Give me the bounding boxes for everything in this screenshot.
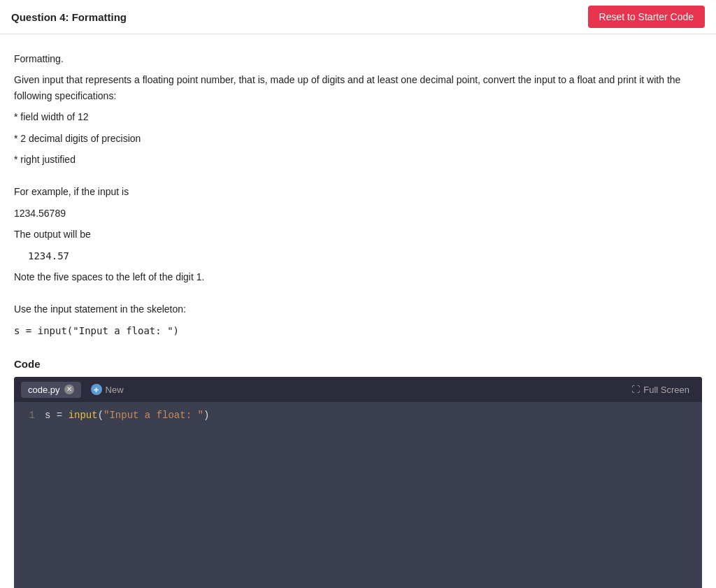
desc-example-input: 1234.56789 xyxy=(14,206,702,221)
code-section: Code code.py ✕ + New ⛶ Full Screen xyxy=(0,358,716,588)
desc-spec-3: * right justified xyxy=(14,152,702,167)
desc-example-intro: For example, if the input is xyxy=(14,184,702,199)
code-area[interactable]: s = input("Input a float: ") xyxy=(42,402,702,588)
code-section-label: Code xyxy=(14,358,702,370)
desc-example-output-value: 1234.57 xyxy=(28,248,702,264)
fullscreen-icon: ⛶ xyxy=(631,385,640,394)
page-title: Question 4: Formatting xyxy=(11,11,127,23)
desc-spec-2: * 2 decimal digits of precision xyxy=(14,131,702,146)
desc-line-1: Formatting. xyxy=(14,51,702,66)
new-tab-label: New xyxy=(106,385,124,395)
tab-code-py-close-icon[interactable]: ✕ xyxy=(64,385,74,394)
new-tab-button[interactable]: + New xyxy=(85,381,129,398)
line-numbers: 1 xyxy=(14,402,42,588)
line-number-1: 1 xyxy=(21,408,35,423)
description-section: Formatting. Given input that represents … xyxy=(0,34,716,358)
tab-code-py[interactable]: code.py ✕ xyxy=(21,382,81,398)
fullscreen-label: Full Screen xyxy=(643,385,689,395)
plus-icon: + xyxy=(91,384,102,395)
token-equals: = xyxy=(50,410,68,421)
reset-to-starter-code-button[interactable]: Reset to Starter Code xyxy=(588,6,705,28)
desc-note: Note the five spaces to the left of the … xyxy=(14,269,702,285)
code-line-1: s = input("Input a float: ") xyxy=(45,408,699,423)
token-open-paren: ( xyxy=(98,410,103,421)
desc-skeleton-code: s = input("Input a float: ") xyxy=(14,323,702,338)
fullscreen-button[interactable]: ⛶ Full Screen xyxy=(626,382,695,398)
token-close-paren: ) xyxy=(203,410,209,421)
tab-bar-left: code.py ✕ + New xyxy=(21,381,129,398)
desc-example-output-label: The output will be xyxy=(14,227,702,242)
editor-body: 1 s = input("Input a float: ") xyxy=(14,402,702,588)
token-input-fn: input xyxy=(69,410,98,421)
editor-tab-bar: code.py ✕ + New ⛶ Full Screen xyxy=(14,377,702,402)
editor-container: code.py ✕ + New ⛶ Full Screen 1 s = i xyxy=(14,377,702,588)
desc-skeleton-intro: Use the input statement in the skeleton: xyxy=(14,301,702,317)
page-header: Question 4: Formatting Reset to Starter … xyxy=(0,0,716,34)
tab-code-py-label: code.py xyxy=(28,385,60,395)
token-string-value: "Input a float: " xyxy=(103,410,203,421)
desc-line-2: Given input that represents a floating p… xyxy=(14,72,702,103)
desc-spec-1: * field width of 12 xyxy=(14,109,702,124)
